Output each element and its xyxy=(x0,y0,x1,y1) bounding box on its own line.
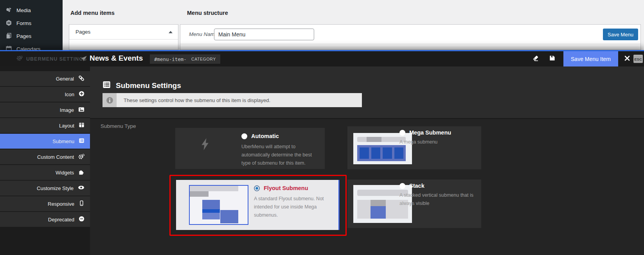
wp-sidebar-item-forms[interactable]: Forms xyxy=(0,17,63,30)
mega-submenu-thumbnail xyxy=(353,133,412,164)
pages-icon xyxy=(5,32,12,40)
menu-structure-panel-header: Menu Name Save Menu xyxy=(180,25,640,44)
wp-sidebar-item-label: Forms xyxy=(16,20,31,26)
gears-icon xyxy=(16,55,23,63)
close-modal-button[interactable] xyxy=(622,51,632,66)
sidebar-item-submenu[interactable]: Submenu xyxy=(0,134,90,149)
sidebar-item-label: General xyxy=(56,76,74,82)
sidebar-item-widgets[interactable]: Widgets xyxy=(0,165,90,180)
sidebar-item-label: Submenu xyxy=(52,138,74,144)
sidebar-item-label: Customize Style xyxy=(37,185,74,191)
sidebar-item-custom-content[interactable]: Custom Content xyxy=(0,149,90,164)
sidebar-item-label: Layout xyxy=(59,123,74,129)
modal-content: Submenu Settings These settings control … xyxy=(90,66,644,255)
option-stack[interactable]: Stack A stacked vertical submenu that is… xyxy=(347,180,481,228)
plus-circle-icon xyxy=(79,91,85,98)
menu-item-type-badge: CATEGORY xyxy=(187,54,220,64)
pages-accordion: Pages xyxy=(69,24,178,50)
menu-structure-heading: Menu structure xyxy=(187,10,228,16)
section-heading: Submenu Settings xyxy=(103,81,181,91)
mobile-icon xyxy=(79,200,85,207)
sidebar-item-label: Custom Content xyxy=(37,154,74,160)
forms-icon xyxy=(5,20,12,27)
link-icon xyxy=(78,75,85,83)
radio-automatic[interactable] xyxy=(241,133,247,139)
lightning-bolt-icon xyxy=(200,138,210,153)
eraser-icon xyxy=(532,55,539,63)
wp-admin-area: Media Forms Pages Calendars Add menu ite… xyxy=(0,0,644,50)
sidebar-item-label: Deprecated xyxy=(48,217,74,223)
wp-sidebar-item-pages[interactable]: Pages xyxy=(0,30,63,43)
sidebar-item-general[interactable]: General xyxy=(0,71,90,86)
menu-name-input[interactable] xyxy=(214,29,314,40)
option-description: UberMenu will attempt to automatically d… xyxy=(241,143,320,167)
floppy-disk-icon xyxy=(549,55,555,63)
screen: Media Forms Pages Calendars Add menu ite… xyxy=(0,0,644,255)
sidebar-item-layout[interactable]: Layout xyxy=(0,118,90,133)
sidebar-item-deprecated[interactable]: Deprecated xyxy=(0,212,90,227)
wp-sidebar-item-label: Pages xyxy=(16,33,31,39)
collapse-arrow-icon[interactable] xyxy=(169,31,173,33)
esc-key-badge: ESC xyxy=(633,55,643,63)
info-bar: These settings control how the submenu o… xyxy=(103,93,362,107)
sidebar-item-label: Responsive xyxy=(48,201,74,207)
minus-circle-icon xyxy=(79,216,85,223)
menu-name-label: Menu Name xyxy=(189,31,218,37)
submenu-type-label: Submenu Type xyxy=(101,123,136,129)
option-flyout-submenu[interactable]: Flyout Submenu A standard Flyout submenu… xyxy=(176,180,340,230)
menu-structure-panel: Menu Name Save Menu xyxy=(180,24,641,50)
option-title: Stack xyxy=(409,183,425,189)
list-icon xyxy=(103,81,111,91)
clear-settings-button[interactable] xyxy=(530,51,541,66)
info-icon xyxy=(103,93,117,107)
media-icon xyxy=(5,7,12,14)
radio-mega-submenu[interactable] xyxy=(399,130,405,136)
option-description: A stacked vertical submenu that is alway… xyxy=(399,191,476,208)
flyout-submenu-thumbnail xyxy=(189,185,248,225)
pages-accordion-header[interactable]: Pages xyxy=(69,25,178,40)
ubermenu-settings-modal: UBERMENU SETTINGS News & Events #menu-it… xyxy=(0,50,644,255)
save-menu-button[interactable]: Save Menu xyxy=(603,29,638,40)
add-menu-items-heading: Add menu items xyxy=(70,10,115,16)
sidebar-item-label: Icon xyxy=(65,92,74,97)
send-icon xyxy=(81,56,87,64)
image-icon xyxy=(78,106,85,114)
puzzle-icon xyxy=(78,169,85,176)
sidebar-item-image[interactable]: Image xyxy=(0,102,90,117)
list-icon xyxy=(79,138,85,145)
wp-sidebar-item-media[interactable]: Media xyxy=(0,4,63,17)
columns-icon xyxy=(79,122,85,129)
info-text: These settings control how the submenu o… xyxy=(117,93,362,107)
content-header-section: Submenu Settings These settings control … xyxy=(90,66,644,119)
close-icon xyxy=(624,56,630,63)
save-icon-button[interactable] xyxy=(546,51,558,66)
ubermenu-settings-brand: UBERMENU SETTINGS xyxy=(16,51,87,66)
radio-stack[interactable] xyxy=(399,183,405,189)
sidebar-item-label: Widgets xyxy=(56,170,74,176)
pages-accordion-title: Pages xyxy=(76,29,90,35)
option-title: Automatic xyxy=(251,133,279,139)
sidebar-item-customize-style[interactable]: Customize Style xyxy=(0,181,90,196)
eye-icon xyxy=(78,184,85,192)
ubermenu-settings-label: UBERMENU SETTINGS xyxy=(26,56,87,62)
option-title: Flyout Submenu xyxy=(264,185,308,191)
option-description: A standard Flyout submenu. Not intended … xyxy=(254,195,339,219)
gears-icon xyxy=(78,153,85,161)
modal-sidebar: General Icon Image Layout Submenu Custom… xyxy=(0,66,90,255)
save-menu-item-button[interactable]: Save Menu Item xyxy=(563,51,618,66)
option-mega-submenu[interactable]: Mega Submenu A mega submenu xyxy=(347,126,481,169)
wp-admin-sidebar: Media Forms Pages Calendars xyxy=(0,0,63,50)
option-title: Mega Submenu xyxy=(409,129,451,136)
sidebar-item-icon[interactable]: Icon xyxy=(0,87,90,102)
radio-flyout-submenu[interactable] xyxy=(254,185,260,191)
modal-header: UBERMENU SETTINGS News & Events #menu-it… xyxy=(0,51,644,66)
section-heading-text: Submenu Settings xyxy=(116,81,181,90)
option-automatic[interactable]: Automatic UberMenu will attempt to autom… xyxy=(175,128,325,169)
sidebar-item-label: Image xyxy=(60,107,74,113)
menu-item-title: News & Events xyxy=(90,54,143,63)
sidebar-item-responsive[interactable]: Responsive xyxy=(0,196,90,211)
option-description: A mega submenu xyxy=(399,138,474,146)
wp-sidebar-item-label: Media xyxy=(16,7,31,13)
